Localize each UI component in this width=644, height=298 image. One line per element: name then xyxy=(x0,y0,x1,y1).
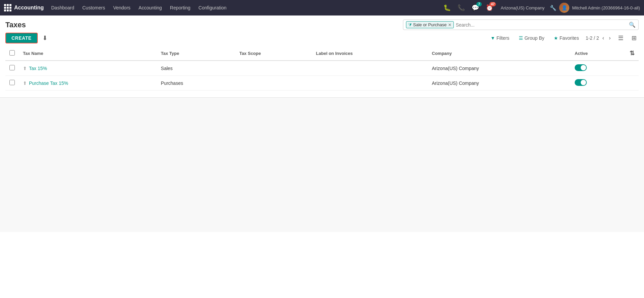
pagination-next[interactable]: › xyxy=(608,34,612,42)
row2-label-on-invoices xyxy=(312,76,428,91)
filter-tag-close[interactable]: ✕ xyxy=(448,23,451,27)
app-grid-icon[interactable] xyxy=(4,4,11,11)
star-icon: ★ xyxy=(554,35,558,41)
chat-badge: 7 xyxy=(476,2,482,6)
filter-tag-label: Sale or Purchase xyxy=(413,22,447,27)
nav-customers[interactable]: Customers xyxy=(79,0,109,15)
row2-extra xyxy=(625,76,639,91)
row1-tax-type: Sales xyxy=(157,61,235,76)
row1-toggle-track xyxy=(575,64,587,71)
col-tax-name: Tax Name xyxy=(19,46,157,61)
favorites-label: Favorites xyxy=(560,35,579,41)
phone-icon-btn[interactable]: 📞 xyxy=(455,3,467,13)
col-label-on-invoices: Label on Invoices xyxy=(312,46,428,61)
row1-label-on-invoices xyxy=(312,61,428,76)
page-container: Taxes ⧩ Sale or Purchase ✕ 🔍 CREATE ⬇ ▼ … xyxy=(0,15,644,298)
navbar: Accounting Dashboard Customers Vendors A… xyxy=(0,0,644,15)
row2-checkbox-cell xyxy=(5,76,19,91)
toolbar: CREATE ⬇ ▼ Filters ☰ Group By ★ Favorite… xyxy=(0,30,644,46)
row1-toggle-thumb xyxy=(581,65,586,70)
row1-active-toggle[interactable] xyxy=(575,64,587,71)
row1-drag-handle[interactable]: ⬆ xyxy=(23,66,27,71)
taxes-table: Tax Name Tax Type Tax Scope Label on Inv… xyxy=(5,46,639,91)
pagination-label: 1-2 / 2 xyxy=(586,35,599,41)
footer-area xyxy=(0,97,644,232)
table-settings-icon[interactable]: ⇅ xyxy=(630,50,635,57)
row2-drag-handle[interactable]: ⬆ xyxy=(23,80,27,86)
row1-extra xyxy=(625,61,639,76)
row1-tax-name-link[interactable]: Tax 15% xyxy=(29,66,47,71)
group-by-icon: ☰ xyxy=(519,35,523,41)
select-all-header xyxy=(5,46,19,61)
col-active: Active xyxy=(571,46,625,61)
nav-vendors[interactable]: Vendors xyxy=(110,0,134,15)
row2-active xyxy=(571,76,625,91)
table-row: ⬆ Purchase Tax 15% Purchases Arizona(US)… xyxy=(5,76,639,91)
row2-tax-name: ⬆ Purchase Tax 15% xyxy=(19,76,157,91)
row2-toggle-track xyxy=(575,79,587,86)
company-name: Arizona(US) Company xyxy=(498,5,547,10)
table-container: Tax Name Tax Type Tax Scope Label on Inv… xyxy=(0,46,644,91)
filters-button[interactable]: ▼ Filters xyxy=(488,34,512,42)
row2-company: Arizona(US) Company xyxy=(428,76,571,91)
user-name[interactable]: Mitchell Admin (20366964-16-0-all) xyxy=(572,5,640,10)
page-title: Taxes xyxy=(5,21,26,29)
select-all-checkbox[interactable] xyxy=(9,50,15,56)
row1-active xyxy=(571,61,625,76)
filter-icon: ▼ xyxy=(490,35,495,41)
list-view-button[interactable]: ☰ xyxy=(616,33,625,43)
col-settings: ⇅ xyxy=(625,46,639,61)
chat-icon-btn[interactable]: 💬 7 xyxy=(470,3,481,13)
group-by-button[interactable]: ☰ Group By xyxy=(516,34,547,42)
row2-tax-type: Purchases xyxy=(157,76,235,91)
col-tax-scope: Tax Scope xyxy=(235,46,312,61)
row1-checkbox[interactable] xyxy=(9,65,15,70)
favorites-button[interactable]: ★ Favorites xyxy=(551,34,582,42)
table-row: ⬆ Tax 15% Sales Arizona(US) Company xyxy=(5,61,639,76)
col-tax-type: Tax Type xyxy=(157,46,235,61)
col-company: Company xyxy=(428,46,571,61)
row2-toggle-thumb xyxy=(581,80,586,85)
filter-tag-sale-or-purchase: ⧩ Sale or Purchase ✕ xyxy=(406,21,454,28)
pagination: 1-2 / 2 ‹ › xyxy=(586,34,612,42)
row2-tax-name-link[interactable]: Purchase Tax 15% xyxy=(29,80,68,86)
kanban-view-button[interactable]: ⊞ xyxy=(630,33,639,43)
page-header: Taxes ⧩ Sale or Purchase ✕ 🔍 xyxy=(0,15,644,30)
brand-label: Accounting xyxy=(14,5,44,11)
brand[interactable]: Accounting xyxy=(4,4,44,11)
row1-company: Arizona(US) Company xyxy=(428,61,571,76)
search-icon[interactable]: 🔍 xyxy=(629,22,636,28)
avatar-image: 👤 xyxy=(559,3,569,13)
group-by-label: Group By xyxy=(524,35,544,41)
bug-icon-btn[interactable]: 🐛 xyxy=(441,3,453,13)
toolbar-right: ▼ Filters ☰ Group By ★ Favorites 1-2 / 2… xyxy=(488,33,639,43)
row1-checkbox-cell xyxy=(5,61,19,76)
row1-tax-scope xyxy=(235,61,312,76)
search-input[interactable] xyxy=(454,22,629,28)
download-button[interactable]: ⬇ xyxy=(40,33,49,43)
pagination-prev[interactable]: ‹ xyxy=(601,34,605,42)
row2-active-toggle[interactable] xyxy=(575,79,587,86)
row2-tax-scope xyxy=(235,76,312,91)
nav-reporting[interactable]: Reporting xyxy=(167,0,194,15)
nav-configuration[interactable]: Configuration xyxy=(195,0,230,15)
activity-icon-btn[interactable]: ⏰ 47 xyxy=(484,3,495,13)
filters-label: Filters xyxy=(497,35,509,41)
row2-checkbox[interactable] xyxy=(9,80,15,85)
navbar-right: 🐛 📞 💬 7 ⏰ 47 Arizona(US) Company 🔧 👤 Mit… xyxy=(441,3,640,13)
nav-accounting[interactable]: Accounting xyxy=(135,0,165,15)
search-area: ⧩ Sale or Purchase ✕ 🔍 xyxy=(403,20,639,30)
activity-badge: 47 xyxy=(489,2,496,6)
create-button[interactable]: CREATE xyxy=(5,33,38,43)
avatar[interactable]: 👤 xyxy=(559,3,569,13)
wrench-icon[interactable]: 🔧 xyxy=(550,5,556,11)
funnel-icon: ⧩ xyxy=(408,23,412,27)
nav-dashboard[interactable]: Dashboard xyxy=(48,0,78,15)
row1-tax-name: ⬆ Tax 15% xyxy=(19,61,157,76)
